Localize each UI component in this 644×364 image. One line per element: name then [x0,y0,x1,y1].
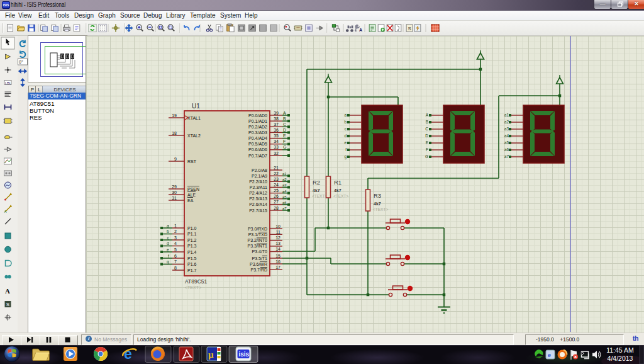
svg-text:B: B [426,120,428,124]
svg-text:a2: a2 [504,120,509,124]
svg-text:a7: a7 [504,154,509,159]
svg-text:P2.5/A13: P2.5/A13 [249,196,267,201]
svg-text:AT89C51: AT89C51 [185,278,208,285]
svg-text:33: 33 [274,145,279,149]
svg-text:<TEXT>: <TEXT> [333,194,348,198]
svg-text:35: 35 [274,134,279,138]
svg-text:P1.2: P1.2 [187,238,197,242]
svg-text:e: e [124,346,132,362]
svg-text:d: d [167,241,169,246]
svg-text:10: 10 [275,224,280,229]
svg-text:P3.1/TXD: P3.1/TXD [248,232,267,237]
svg-text:26: 26 [274,194,279,198]
svg-text:XTAL2: XTAL2 [187,134,201,138]
svg-text:P3.4/T0: P3.4/T0 [252,249,267,254]
svg-text:P0.5/AD5: P0.5/AD5 [248,142,267,146]
svg-text:0°: 0° [19,60,23,64]
svg-text:P3.3/INT1: P3.3/INT1 [247,244,267,248]
svg-text:XTAL1: XTAL1 [187,116,201,120]
svg-text:6: 6 [174,254,177,258]
svg-text:25: 25 [274,188,279,193]
svg-text:28: 28 [274,206,279,210]
svg-text:5: 5 [174,247,177,252]
svg-text:c: c [167,236,170,240]
svg-text:f: f [168,254,169,258]
svg-text:G: G [425,154,428,159]
svg-text:P2.2/A10: P2.2/A10 [249,179,267,184]
svg-text:R3: R3 [374,192,381,199]
svg-text:b: b [344,120,347,124]
svg-text:C: C [283,122,286,127]
svg-text:P2.1/A9: P2.1/A9 [252,174,267,178]
svg-text:a1: a1 [504,113,509,117]
svg-text:30: 30 [172,190,177,195]
svg-text:P0.6/AD6: P0.6/AD6 [248,147,267,152]
svg-text:8: 8 [174,266,177,270]
svg-text:3: 3 [174,236,177,240]
svg-text:LBL: LBL [5,81,11,85]
svg-text:P2.7/A15: P2.7/A15 [249,208,267,213]
svg-text:S: S [6,302,9,307]
svg-text:P2.0/A8: P2.0/A8 [252,168,267,173]
svg-text:a1: a1 [282,172,287,176]
svg-text:39: 39 [274,111,279,115]
svg-text:29: 29 [172,185,177,189]
svg-text:D: D [283,128,286,132]
svg-text:21: 21 [274,166,279,170]
svg-text:RST: RST [187,159,197,164]
svg-text:PSEN: PSEN [187,187,199,191]
svg-text:P1.1: P1.1 [187,232,197,236]
svg-text:P0.3/AD3: P0.3/AD3 [248,130,267,135]
svg-text:P1.3: P1.3 [187,244,197,248]
svg-text:F: F [283,139,286,144]
svg-text:a3: a3 [504,127,509,131]
svg-text:a5: a5 [504,140,509,145]
svg-text:A: A [5,287,10,295]
svg-text:12: 12 [275,236,280,240]
svg-text:27: 27 [274,200,279,204]
svg-text:g: g [344,154,347,159]
svg-text:18: 18 [172,131,177,135]
svg-text:19: 19 [172,113,177,118]
svg-text:4k7: 4k7 [334,188,341,193]
svg-text:16: 16 [275,259,280,264]
svg-text:E: E [426,140,429,145]
svg-text:<TEXT>: <TEXT> [312,194,327,198]
svg-text:U1: U1 [192,103,200,110]
svg-text:14: 14 [275,247,280,251]
svg-text:d: d [344,134,347,138]
svg-text:D: D [425,134,428,138]
svg-text:A: A [4,210,7,213]
svg-text:9: 9 [174,157,177,161]
svg-text:2: 2 [174,229,177,234]
svg-text:a3: a3 [282,183,287,187]
svg-text:a5: a5 [282,195,287,199]
svg-text:P2.4/A12: P2.4/A12 [249,191,267,195]
svg-text:EA: EA [187,198,194,203]
svg-text:22: 22 [274,171,279,176]
svg-text:4k7: 4k7 [313,188,320,193]
svg-text:P1.6: P1.6 [187,262,197,266]
svg-text:a: a [344,113,347,117]
svg-text:4k7: 4k7 [374,202,381,206]
svg-text:B: B [283,117,286,121]
svg-text:23: 23 [274,177,279,181]
svg-text:E: E [283,134,286,138]
svg-text:17: 17 [275,265,280,270]
svg-text:A: A [426,113,429,117]
svg-text:31: 31 [172,196,177,200]
svg-text:11: 11 [276,230,280,234]
svg-text:<TEXT>: <TEXT> [185,285,201,290]
svg-text:a: a [167,224,169,228]
svg-text:ALE: ALE [187,193,196,197]
svg-text:15: 15 [275,254,280,258]
svg-text:f: f [345,147,347,152]
svg-text:36: 36 [274,128,279,132]
svg-text:C: C [425,127,428,131]
svg-text:P3.7/RD: P3.7/RD [251,268,267,272]
svg-text:24: 24 [274,183,279,187]
svg-text:P3.0/RXD: P3.0/RXD [248,227,267,231]
svg-text:P1.0: P1.0 [187,226,197,230]
svg-text:37: 37 [274,122,279,127]
svg-text:4: 4 [174,241,177,246]
